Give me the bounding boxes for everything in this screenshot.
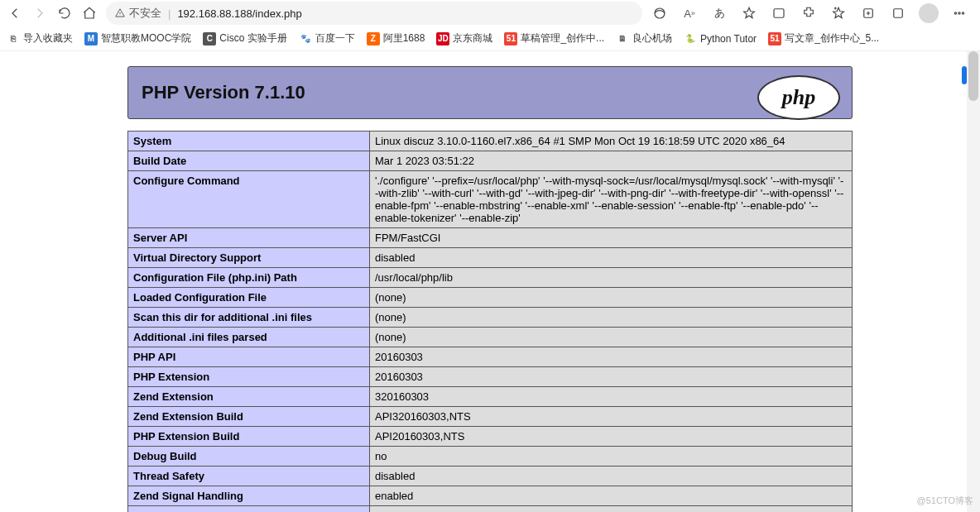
browser-toolbar: 不安全 | 192.168.88.188/index.php A» あ [0, 0, 980, 26]
php-logo: php [757, 75, 840, 120]
table-row: Server APIFPM/FastCGI [128, 228, 853, 248]
row-value: disabled [370, 248, 853, 268]
table-row: Zend Memory Managerenabled [128, 506, 853, 513]
home-button[interactable] [81, 5, 98, 22]
row-value: (none) [370, 308, 853, 328]
row-value: disabled [370, 467, 853, 486]
table-row: Configure Command'./configure' '--prefix… [128, 171, 853, 228]
table-row: Zend Signal Handlingenabled [128, 486, 853, 506]
favorite-label: 草稿管理_创作中... [521, 31, 604, 45]
favorite-6[interactable]: 51草稿管理_创作中... [504, 31, 604, 45]
favorite-label: Python Tutor [700, 33, 757, 45]
table-row: Scan this dir for additional .ini files(… [128, 308, 853, 328]
side-widget-handle[interactable] [962, 66, 967, 84]
favorite-icon: 🐍 [684, 32, 697, 45]
news-icon[interactable] [770, 4, 788, 22]
svg-point-5 [958, 12, 960, 14]
row-value: FPM/FastCGI [370, 228, 853, 248]
row-key: Build Date [128, 151, 370, 171]
row-key: Zend Signal Handling [128, 486, 370, 506]
extensions-icon[interactable] [800, 4, 818, 22]
table-row: Zend Extension320160303 [128, 387, 853, 407]
favorite-icon: Z [367, 32, 380, 45]
back-button[interactable] [7, 5, 23, 22]
row-value: enabled [370, 506, 853, 513]
table-row: Zend Extension BuildAPI320160303,NTS [128, 407, 853, 427]
svg-point-4 [954, 12, 956, 14]
page-viewport: PHP Version 7.1.10 php SystemLinux discu… [0, 51, 980, 512]
table-row: SystemLinux discuz 3.10.0-1160.el7.x86_6… [128, 132, 853, 151]
row-value: (none) [370, 288, 853, 308]
favorite-label: 写文章_创作中心_5... [785, 31, 879, 45]
row-key: Virtual Directory Support [128, 248, 370, 268]
row-key: Scan this dir for additional .ini files [128, 308, 370, 328]
svg-point-6 [962, 12, 963, 14]
row-value: no [370, 447, 853, 467]
page-title: PHP Version 7.1.10 [142, 82, 838, 103]
text-size-icon[interactable]: A» [680, 4, 699, 22]
row-value: 20160303 [370, 367, 853, 387]
favorite-label: 导入收藏夹 [23, 31, 73, 45]
favorite-label: 良心机场 [632, 31, 672, 45]
php-logo-text: php [757, 75, 840, 120]
refresh-button[interactable] [56, 5, 73, 22]
vertical-scrollbar[interactable] [967, 51, 980, 512]
svg-rect-1 [774, 9, 784, 18]
favorite-icon: 51 [504, 32, 517, 45]
favorite-5[interactable]: JD京东商城 [436, 31, 492, 45]
scrollbar-thumb[interactable] [968, 51, 978, 101]
favorite-8[interactable]: 🐍Python Tutor [684, 32, 757, 45]
favorite-label: 京东商城 [453, 31, 492, 45]
svg-rect-3 [894, 9, 903, 18]
favorite-icon: M [84, 32, 98, 45]
row-key: Thread Safety [128, 467, 370, 486]
table-row: Configuration File (php.ini) Path/usr/lo… [128, 268, 853, 288]
favorite-icon: 51 [768, 32, 781, 45]
forward-button[interactable] [31, 5, 48, 22]
table-row: Build DateMar 1 2023 03:51:22 [128, 151, 853, 171]
row-key: PHP Extension [128, 367, 370, 387]
favorite-icon: 🐾 [299, 32, 312, 45]
row-key: Configuration File (php.ini) Path [128, 268, 370, 288]
favorite-9[interactable]: 51写文章_创作中心_5... [768, 31, 879, 45]
phpinfo-page: PHP Version 7.1.10 php SystemLinux discu… [127, 66, 853, 512]
favorite-4[interactable]: Z阿里1688 [367, 31, 425, 45]
reader-icon[interactable]: あ [710, 4, 728, 22]
favorites-icon[interactable] [829, 4, 848, 22]
svg-point-0 [655, 8, 665, 18]
row-key: Debug Build [128, 447, 370, 467]
phpinfo-table: SystemLinux discuz 3.10.0-1160.el7.x86_6… [127, 131, 853, 512]
profile-avatar[interactable] [919, 3, 939, 23]
ie-mode-icon[interactable] [651, 4, 669, 22]
favorite-3[interactable]: 🐾百度一下 [299, 31, 355, 45]
favorite-1[interactable]: M智慧职教MOOC学院 [84, 31, 191, 45]
watermark-text: @51CTO博客 [917, 495, 973, 507]
favorite-icon: C [203, 32, 216, 45]
favorite-label: 阿里1688 [383, 31, 425, 45]
row-value: (none) [370, 328, 853, 347]
favorite-2[interactable]: CCisco 实验手册 [203, 31, 286, 45]
favorite-7[interactable]: 🗎良心机场 [616, 31, 672, 45]
row-value: /usr/local/php/lib [370, 268, 853, 288]
favorite-icon: ⎘ [7, 32, 20, 45]
favorite-0[interactable]: ⎘导入收藏夹 [7, 31, 73, 45]
table-row: PHP Extension BuildAPI20160303,NTS [128, 427, 853, 447]
row-key: Zend Extension Build [128, 407, 370, 427]
favorites-star-icon[interactable] [740, 4, 758, 22]
favorites-bar: ⎘导入收藏夹M智慧职教MOOC学院CCisco 实验手册🐾百度一下Z阿里1688… [0, 26, 980, 51]
more-icon[interactable] [950, 4, 968, 22]
collections-icon[interactable] [859, 4, 877, 22]
site-security-indicator[interactable]: 不安全 [114, 6, 161, 21]
favorite-label: 智慧职教MOOC学院 [101, 31, 191, 45]
table-row: Virtual Directory Supportdisabled [128, 248, 853, 268]
row-key: Configure Command [128, 171, 370, 228]
address-bar[interactable]: 不安全 | 192.168.88.188/index.php [106, 2, 642, 25]
app-icon[interactable] [889, 4, 907, 22]
row-value: API20160303,NTS [370, 427, 853, 447]
row-key: PHP Extension Build [128, 427, 370, 447]
phpinfo-header: PHP Version 7.1.10 php [127, 66, 853, 119]
table-row: PHP API20160303 [128, 347, 853, 367]
row-key: Loaded Configuration File [128, 288, 370, 308]
row-key: Server API [128, 228, 370, 248]
address-separator: | [168, 7, 171, 20]
